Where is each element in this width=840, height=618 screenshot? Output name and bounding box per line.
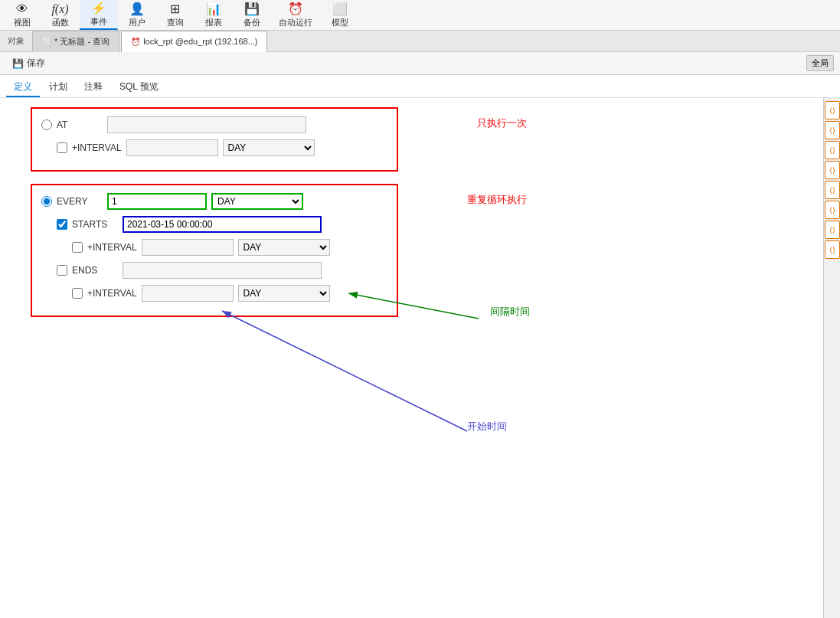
toolbar-event-label: 事件 — [90, 16, 107, 28]
at-interval-input[interactable] — [126, 139, 218, 156]
toolbar-view-label: 视图 — [14, 17, 31, 28]
toolbar-model[interactable]: ⬜ 模型 — [321, 0, 359, 30]
at-label: AT — [57, 119, 103, 130]
sub-tabs: 定义 计划 注释 SQL 预览 — [0, 75, 840, 98]
repeat-section: EVERY DAY HOUR MINUTE WEEK MONTH STARTS — [31, 184, 398, 317]
ends-interval-checkbox[interactable] — [72, 288, 83, 299]
right-panel-btn-5[interactable]: ⟨⟩ — [825, 181, 840, 199]
toolbar-query[interactable]: ⊞ 查询 — [156, 0, 194, 30]
tab-untitled-label: * 无标题 - 查询 — [54, 36, 109, 47]
action-bar: 💾 保存 全局 — [0, 52, 840, 75]
start-time-label: 开始时间 — [467, 420, 507, 433]
toolbar-event[interactable]: ⚡ 事件 — [80, 0, 118, 30]
report-icon: 📊 — [206, 2, 221, 16]
toolbar-function[interactable]: f(x) 函数 — [41, 0, 80, 30]
every-select[interactable]: DAY HOUR MINUTE WEEK MONTH — [211, 193, 303, 210]
model-icon: ⬜ — [332, 2, 348, 16]
every-label: EVERY — [57, 196, 103, 207]
repeat-annotation: 重复循环执行 — [467, 193, 527, 207]
toolbar-autorun[interactable]: ⏰ 自动运行 — [271, 0, 321, 30]
at-interval-select[interactable]: DAY HOUR MINUTE WEEK MONTH — [223, 139, 315, 156]
at-row: AT — [41, 116, 387, 133]
annotation-svg — [0, 98, 823, 618]
untitled-tab-icon: ⬜ — [42, 38, 51, 46]
event-icon: ⚡ — [91, 1, 106, 15]
toolbar-autorun-label: 自动运行 — [279, 17, 312, 28]
toolbar-backup-label: 备份 — [244, 17, 260, 28]
ends-interval-row: +INTERVAL DAY HOUR MINUTE WEEK MONTH — [41, 285, 387, 302]
toolbar-query-label: 查询 — [167, 17, 184, 28]
every-value-input[interactable] — [107, 193, 207, 210]
starts-interval-input[interactable] — [142, 239, 234, 256]
toolbar-report-label: 报表 — [205, 17, 222, 28]
toolbar-model-label: 模型 — [332, 17, 348, 28]
save-button[interactable]: 💾 保存 — [6, 55, 51, 71]
autorun-icon: ⏰ — [288, 2, 303, 16]
toolbar-view[interactable]: 👁 视图 — [3, 0, 41, 30]
toolbar-user-label: 用户 — [129, 17, 145, 28]
ends-interval-input[interactable] — [142, 285, 234, 302]
right-panel-btn-7[interactable]: ⟨⟩ — [825, 221, 840, 239]
starts-label: STARTS — [72, 219, 118, 230]
subtab-comment[interactable]: 注释 — [77, 78, 110, 97]
at-radio[interactable] — [41, 119, 52, 130]
save-disk-icon: 💾 — [12, 58, 24, 69]
right-panel-btn-3[interactable]: ⟨⟩ — [825, 141, 840, 159]
tab-lock-rpt-label: lock_rpt @edu_rpt (192.168...) — [143, 37, 257, 46]
ends-checkbox[interactable] — [57, 265, 67, 276]
query-icon: ⊞ — [170, 2, 180, 16]
right-panel-btn-8[interactable]: ⟨⟩ — [825, 240, 840, 259]
svg-line-3 — [222, 311, 467, 431]
right-panel-btn-6[interactable]: ⟨⟩ — [825, 201, 840, 219]
ends-label: ENDS — [72, 265, 118, 276]
at-interval-checkbox[interactable] — [57, 142, 67, 153]
interval-time-label: 间隔时间 — [490, 305, 530, 319]
starts-checkbox[interactable] — [57, 219, 67, 230]
every-radio[interactable] — [41, 196, 52, 207]
lock-rpt-tab-icon: ⏰ — [131, 38, 140, 46]
function-icon: f(x) — [51, 2, 68, 16]
right-panel-btn-2[interactable]: ⟨⟩ — [825, 121, 840, 139]
starts-interval-select[interactable]: DAY HOUR MINUTE WEEK MONTH — [238, 239, 330, 256]
object-label: 对象 — [3, 35, 29, 47]
subtab-define[interactable]: 定义 — [6, 78, 40, 97]
starts-interval-checkbox[interactable] — [72, 242, 83, 253]
starts-interval-row: +INTERVAL DAY HOUR MINUTE WEEK MONTH — [41, 239, 387, 256]
ends-interval-label: +INTERVAL — [87, 288, 137, 299]
content-area: AT +INTERVAL DAY HOUR MINUTE WEEK MONTH … — [0, 98, 823, 618]
toolbar-function-label: 函数 — [52, 17, 69, 28]
subtab-sql-preview[interactable]: SQL 预览 — [112, 78, 166, 97]
backup-icon: 💾 — [244, 2, 260, 16]
starts-row: STARTS — [41, 216, 387, 233]
starts-interval-label: +INTERVAL — [87, 242, 137, 253]
right-panel-btn-1[interactable]: ⟨⟩ — [825, 101, 840, 119]
toolbar-report[interactable]: 📊 报表 — [194, 0, 233, 30]
user-icon: 👤 — [129, 2, 145, 16]
toolbar: 👁 视图 f(x) 函数 ⚡ 事件 👤 用户 ⊞ 查询 📊 报表 💾 备份 ⏰ … — [0, 0, 840, 31]
tab-lock-rpt[interactable]: ⏰ lock_rpt @edu_rpt (192.168...) — [121, 31, 267, 52]
at-input[interactable] — [107, 116, 306, 133]
once-annotation: 只执行一次 — [477, 116, 527, 130]
toolbar-backup[interactable]: 💾 备份 — [233, 0, 271, 30]
subtab-plan[interactable]: 计划 — [41, 78, 75, 97]
ends-row: ENDS — [41, 262, 387, 279]
right-panel-btn-4[interactable]: ⟨⟩ — [825, 161, 840, 179]
tab-untitled[interactable]: ⬜ * 无标题 - 查询 — [32, 31, 119, 52]
every-row: EVERY DAY HOUR MINUTE WEEK MONTH — [41, 193, 387, 210]
at-interval-row: +INTERVAL DAY HOUR MINUTE WEEK MONTH — [41, 139, 387, 156]
global-toggle[interactable]: 全局 — [806, 55, 834, 71]
ends-interval-select[interactable]: DAY HOUR MINUTE WEEK MONTH — [238, 285, 330, 302]
ends-input[interactable] — [123, 262, 322, 279]
toolbar-user[interactable]: 👤 用户 — [118, 0, 156, 30]
main-content: AT +INTERVAL DAY HOUR MINUTE WEEK MONTH … — [0, 98, 840, 618]
right-panel: ⟨⟩ ⟨⟩ ⟨⟩ ⟨⟩ ⟨⟩ ⟨⟩ ⟨⟩ ⟨⟩ — [823, 98, 840, 618]
view-icon: 👁 — [16, 2, 28, 16]
save-label: 保存 — [27, 57, 45, 70]
tab-bar: 对象 ⬜ * 无标题 - 查询 ⏰ lock_rpt @edu_rpt (192… — [0, 31, 840, 52]
starts-input[interactable] — [123, 216, 322, 233]
at-interval-label: +INTERVAL — [72, 142, 122, 153]
once-section: AT +INTERVAL DAY HOUR MINUTE WEEK MONTH … — [31, 107, 398, 172]
